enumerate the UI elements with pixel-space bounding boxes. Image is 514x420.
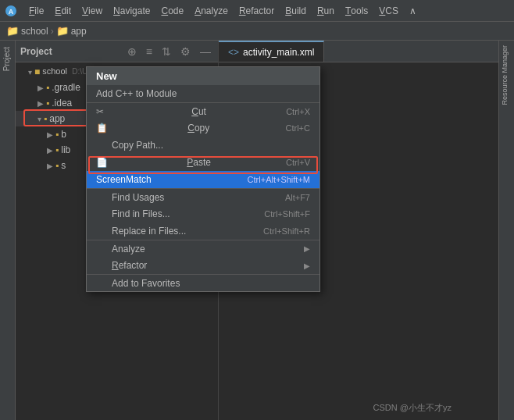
- menu-analyze[interactable]: Analyze: [189, 0, 234, 21]
- gradle-folder-icon: ▪: [46, 82, 49, 93]
- ctx-shortcut-find-usages: Alt+F7: [285, 193, 310, 202]
- minimize-icon-btn[interactable]: —: [198, 44, 213, 59]
- ctx-item-analyze[interactable]: Analyze: [87, 240, 319, 257]
- lib-arrow: ▶: [47, 146, 53, 155]
- ctx-item-copy[interactable]: 📋 Copy Ctrl+C: [87, 119, 319, 137]
- sort-icon-btn[interactable]: ≡: [144, 44, 155, 59]
- menu-refactor[interactable]: Refactor: [234, 0, 280, 21]
- breadcrumb-app[interactable]: 📁 app: [56, 25, 87, 37]
- panel-header: Project ⊕ ≡ ⇅ ⚙ —: [16, 41, 218, 62]
- idea-folder-icon: ▪: [46, 98, 49, 109]
- idea-arrow: ▶: [37, 99, 44, 108]
- ctx-item-paste[interactable]: 📄 Paste Ctrl+V: [87, 154, 319, 171]
- add-icon-btn[interactable]: ⊕: [125, 44, 139, 59]
- left-side-tabs: Project: [0, 41, 16, 420]
- folder-icon: 📁: [6, 25, 19, 37]
- menu-file[interactable]: File: [23, 0, 49, 21]
- tab-label: activity_main.xml: [243, 47, 314, 58]
- ctx-shortcut-copy: Ctrl+C: [286, 123, 310, 133]
- menu-view[interactable]: View: [77, 0, 108, 21]
- ctx-item-add-cpp[interactable]: Add C++ to Module: [87, 85, 319, 102]
- school-icon: ■: [34, 66, 40, 77]
- b-label: b: [61, 129, 66, 140]
- ctx-label-cut: Cut: [191, 106, 206, 117]
- ctx-item-cut[interactable]: ✂ Cut Ctrl+X: [87, 102, 319, 119]
- ctx-label-refactor: Refactor: [112, 260, 147, 271]
- settings-icon-btn[interactable]: ⚙: [178, 44, 193, 59]
- context-menu: New Add C++ to Module ✂ Cut Ctrl+X 📋 Cop…: [86, 66, 320, 292]
- lib-folder-icon: ▪: [55, 144, 59, 155]
- main-layout: Project Project ⊕ ≡ ⇅ ⚙ — ▾ ■ school D:\…: [0, 41, 514, 420]
- expand-arrow: ▾: [28, 68, 32, 77]
- b-folder-icon: ▪: [55, 129, 59, 140]
- app-arrow: ▾: [37, 115, 41, 123]
- ctx-label-find-files: Find in Files...: [112, 208, 170, 219]
- ctx-label-add-cpp: Add C++ to Module: [96, 88, 177, 99]
- project-side-tab[interactable]: Project: [0, 41, 15, 77]
- ctx-shortcut-paste: Ctrl+V: [286, 158, 310, 167]
- svg-text:A: A: [9, 8, 14, 16]
- s-arrow: ▶: [47, 162, 53, 170]
- ctx-label-analyze: Analyze: [112, 244, 145, 254]
- app-folder-icon: 📁: [56, 25, 69, 37]
- menu-code[interactable]: Code: [155, 0, 189, 21]
- ctx-label-screenmatch: ScreenMatch: [96, 174, 152, 185]
- watermark: CSDN @小生不才yz: [373, 402, 452, 414]
- menu-build[interactable]: Build: [280, 0, 312, 21]
- context-menu-header: New: [87, 67, 319, 85]
- resource-manager-label[interactable]: Resource Manager: [499, 41, 514, 110]
- menu-run[interactable]: Run: [312, 0, 340, 21]
- app-label: app: [49, 113, 65, 124]
- ctx-shortcut-replace-files: Ctrl+Shift+R: [263, 226, 310, 236]
- copy-icon: 📋: [96, 123, 109, 133]
- gradle-arrow: ▶: [37, 84, 44, 92]
- gradle-label: .gradle: [52, 82, 80, 93]
- ctx-label-copy-path: Copy Path...: [112, 140, 163, 151]
- expand-icon-btn[interactable]: ⇅: [159, 44, 173, 59]
- lib-label: lib: [61, 144, 70, 155]
- s-folder-icon: ▪: [55, 160, 59, 171]
- breadcrumb: 📁 school › 📁 app: [0, 22, 514, 41]
- tab-activity-main[interactable]: <> activity_main.xml: [219, 41, 324, 62]
- ctx-label-paste: Paste: [187, 157, 211, 168]
- menu-extra[interactable]: ∧: [404, 0, 422, 21]
- s-label: s: [61, 160, 66, 171]
- ctx-shortcut-find-files: Ctrl+Shift+F: [264, 209, 310, 219]
- ctx-label-add-favorites: Add to Favorites: [112, 278, 180, 289]
- paste-icon: 📄: [96, 157, 109, 168]
- ctx-item-refactor[interactable]: Refactor: [87, 257, 319, 274]
- cut-icon: ✂: [96, 106, 109, 117]
- menu-vcs[interactable]: VCS: [373, 0, 404, 21]
- ctx-label-find-usages: Find Usages: [112, 192, 164, 203]
- breadcrumb-separator: ›: [51, 26, 54, 37]
- editor-tabs: <> activity_main.xml: [219, 41, 498, 62]
- menu-navigate[interactable]: Navigate: [108, 0, 155, 21]
- resource-manager-tab[interactable]: Resource Manager: [498, 41, 514, 420]
- breadcrumb-school[interactable]: 📁 school: [6, 25, 48, 37]
- ctx-item-find-usages[interactable]: Find Usages Alt+F7: [87, 188, 319, 205]
- idea-label: .idea: [52, 98, 72, 109]
- ctx-shortcut-cut: Ctrl+X: [286, 107, 310, 116]
- ctx-item-replace-files[interactable]: Replace in Files... Ctrl+Shift+R: [87, 222, 319, 240]
- ctx-shortcut-screenmatch: Ctrl+Alt+Shift+M: [248, 175, 310, 184]
- ctx-item-add-favorites[interactable]: Add to Favorites: [87, 274, 319, 291]
- xml-tab-icon: <>: [228, 47, 239, 58]
- app-logo: A: [3, 3, 19, 19]
- ctx-item-find-files[interactable]: Find in Files... Ctrl+Shift+F: [87, 205, 319, 222]
- panel-title: Project: [20, 46, 120, 57]
- menu-edit[interactable]: Edit: [49, 0, 77, 21]
- ctx-item-screenmatch[interactable]: ScreenMatch Ctrl+Alt+Shift+M: [87, 171, 319, 188]
- ctx-label-copy: Copy: [187, 123, 209, 133]
- menubar: A File Edit View Navigate Code Analyze R…: [0, 0, 514, 22]
- b-arrow: ▶: [47, 130, 53, 139]
- menu-tools[interactable]: Tools: [340, 0, 373, 21]
- ctx-label-replace-files: Replace in Files...: [112, 226, 186, 237]
- ctx-item-copy-path[interactable]: Copy Path...: [87, 137, 319, 154]
- app-folder-icon-tree: ▪: [44, 113, 47, 124]
